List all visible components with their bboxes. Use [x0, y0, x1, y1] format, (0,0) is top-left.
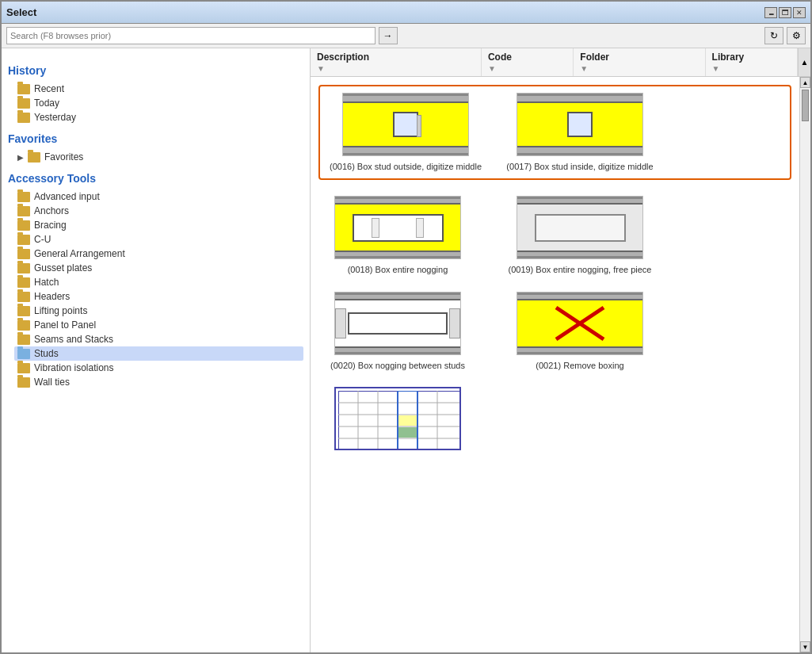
sidebar-item-studs[interactable]: Studs [14, 346, 303, 361]
select-window: Select 🗕 🗖 ✕ → ↻ ⚙ History Recent [0, 0, 812, 654]
items-grid: (0016) Box stud outside, digitize middle [311, 77, 799, 652]
folder-icon-panel-to-panel [17, 320, 30, 331]
filter-icon-folder[interactable]: ▼ [580, 64, 588, 73]
folder-icon-today [17, 98, 30, 109]
accessory-tools-section-header: Accessory Tools [8, 172, 303, 185]
scroll-thumb-area [800, 88, 810, 641]
list-item[interactable]: (0018) Box entire nogging [318, 196, 477, 275]
sidebar-item-label-favorites: Favorites [44, 151, 83, 163]
sidebar-item-label-vibration-isolations: Vibration isolations [34, 362, 114, 373]
sidebar-item-recent[interactable]: Recent [14, 82, 303, 96]
folder-icon-lifting-points [17, 306, 30, 316]
items-row-4 [318, 387, 791, 450]
selected-items-group: (0016) Box stud outside, digitize middle [318, 85, 791, 180]
item-label-0020: (0020) Box nogging between studs [330, 360, 465, 371]
sidebar-item-label-today: Today [34, 98, 59, 109]
list-item[interactable]: (0020) Box nogging between studs [318, 292, 477, 371]
sidebar-item-vibration-isolations[interactable]: Vibration isolations [14, 361, 303, 375]
search-input[interactable] [6, 27, 376, 44]
item-thumbnail-0020 [334, 292, 461, 355]
expand-arrow-favorites[interactable]: ▶ [17, 153, 24, 162]
folder-icon-wall-ties [17, 377, 30, 388]
scroll-down-arrow[interactable]: ▼ [800, 641, 810, 652]
sidebar-item-bracing[interactable]: Bracing [14, 218, 303, 232]
folder-icon-advanced-input [17, 192, 30, 202]
sidebar-item-lifting-points[interactable]: Lifting points [14, 304, 303, 318]
column-header-code: Code ▼ [482, 48, 574, 76]
folder-icon-general-arrangement [17, 249, 30, 259]
sidebar-item-advanced-input[interactable]: Advanced input [14, 189, 303, 204]
sidebar-item-general-arrangement[interactable]: General Arrangement [14, 247, 303, 261]
sidebar-item-today[interactable]: Today [14, 96, 303, 110]
search-arrow-button[interactable]: → [379, 27, 398, 44]
item-thumbnail-0021 [517, 292, 643, 355]
settings-button[interactable]: ⚙ [787, 27, 806, 44]
sidebar-item-label-headers: Headers [34, 291, 70, 302]
folder-icon-bracing [17, 220, 30, 231]
folder-icon-seams-and-stacks [17, 335, 30, 345]
sidebar-item-label-general-arrangement: General Arrangement [34, 248, 125, 259]
folder-icon-vibration-isolations [17, 363, 30, 373]
window-title: Select [6, 6, 36, 18]
minimize-button[interactable]: 🗕 [764, 7, 777, 18]
folder-icon-cu [17, 235, 30, 245]
toolbar: → ↻ ⚙ [2, 24, 810, 48]
sidebar-item-label-gusset-plates: Gusset plates [34, 262, 92, 273]
item-thumbnail-0016 [342, 93, 469, 156]
sidebar-item-anchors[interactable]: Anchors [14, 204, 303, 218]
filter-icon-library[interactable]: ▼ [712, 64, 720, 73]
refresh-button[interactable]: ↻ [764, 27, 783, 44]
sidebar-item-panel-to-panel[interactable]: Panel to Panel [14, 318, 303, 332]
folder-icon-anchors [17, 206, 30, 216]
folder-icon-yesterday [17, 113, 30, 123]
list-item[interactable] [318, 387, 477, 450]
close-button[interactable]: ✕ [793, 7, 806, 18]
column-header-library: Library ▼ [706, 48, 798, 76]
list-item[interactable]: (0021) Remove boxing [501, 292, 659, 371]
item-label-0019: (0019) Box entire nogging, free piece [508, 264, 651, 275]
column-header-folder: Folder ▼ [574, 48, 705, 76]
item-label-0018: (0018) Box entire nogging [348, 264, 448, 275]
favorites-section-header: Favorites [8, 132, 303, 145]
items-row-2: (0018) Box entire nogging (00 [318, 196, 791, 275]
maximize-button[interactable]: 🗖 [779, 7, 791, 18]
filter-icon-description[interactable]: ▼ [317, 64, 325, 73]
sidebar-item-label-panel-to-panel: Panel to Panel [34, 319, 96, 331]
sidebar-item-headers[interactable]: Headers [14, 289, 303, 304]
main-content: History Recent Today Yesterday Favorites [2, 48, 810, 652]
item-thumbnail-0018 [334, 196, 461, 259]
sidebar-item-seams-and-stacks[interactable]: Seams and Stacks [14, 332, 303, 346]
sidebar-item-label-yesterday: Yesterday [34, 112, 76, 123]
list-item[interactable]: (0016) Box stud outside, digitize middle [326, 93, 485, 172]
sidebar-item-favorites[interactable]: ▶ Favorites [14, 150, 303, 164]
sidebar-item-hatch[interactable]: Hatch [14, 275, 303, 289]
sidebar-item-label-advanced-input: Advanced input [34, 191, 100, 202]
sidebar-item-label-seams-and-stacks: Seams and Stacks [34, 334, 113, 345]
list-item[interactable]: (0019) Box entire nogging, free piece [501, 196, 659, 275]
item-label-0017: (0017) Box stud inside, digitize middle [506, 161, 653, 172]
sidebar-item-wall-ties[interactable]: Wall ties [14, 375, 303, 389]
filter-icon-code[interactable]: ▼ [488, 64, 496, 73]
sidebar-item-gusset-plates[interactable]: Gusset plates [14, 261, 303, 275]
folder-icon-recent [17, 84, 30, 94]
item-thumbnail-0019 [517, 196, 643, 259]
sidebar-item-yesterday[interactable]: Yesterday [14, 110, 303, 124]
sidebar-item-label-recent: Recent [34, 83, 64, 94]
item-thumbnail-0017 [517, 93, 643, 156]
header-scroll-up[interactable]: ▲ [798, 48, 810, 76]
folder-icon-gusset-plates [17, 263, 30, 273]
list-item[interactable]: (0017) Box stud inside, digitize middle [501, 93, 659, 172]
svg-rect-14 [398, 415, 417, 426]
scroll-thumb[interactable] [802, 90, 809, 121]
scroll-up-arrow[interactable]: ▲ [800, 77, 810, 88]
sidebar-item-cu[interactable]: C-U [14, 232, 303, 247]
panel-grid-icon [338, 391, 460, 449]
sidebar-item-label-lifting-points: Lifting points [34, 305, 87, 316]
remove-x-icon [552, 304, 608, 343]
folder-icon-hatch [17, 277, 30, 288]
sidebar-item-label-studs: Studs [34, 348, 59, 359]
folder-icon-favorites [28, 152, 40, 163]
accessory-tools-items: Advanced input Anchors Bracing C-U Gener… [8, 189, 303, 389]
sidebar-item-label-wall-ties: Wall ties [34, 377, 70, 388]
item-label-0016: (0016) Box stud outside, digitize middle [330, 161, 482, 172]
